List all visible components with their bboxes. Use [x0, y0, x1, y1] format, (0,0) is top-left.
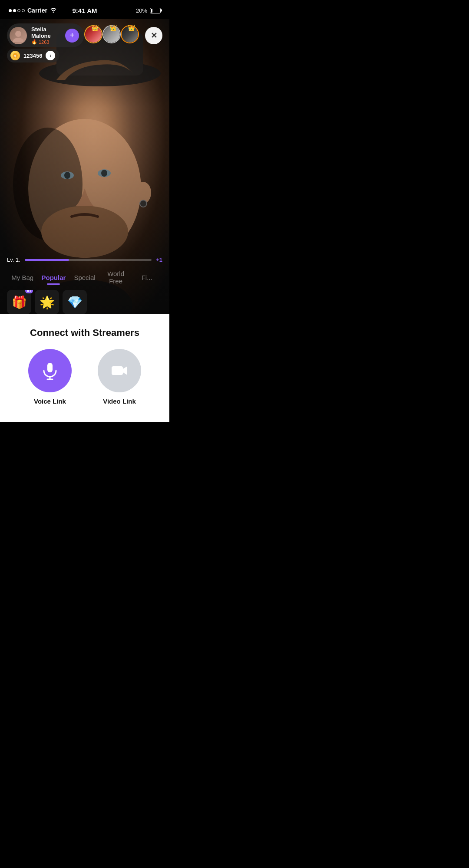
battery-icon — [150, 8, 161, 13]
gift-icon-2: 🌟 — [40, 295, 55, 309]
level-track — [25, 259, 152, 261]
coin-icon: $ — [10, 51, 20, 60]
level-label: Lv. 1. — [7, 256, 20, 263]
gift-badge-1: x1 — [25, 290, 33, 293]
gift-icon-1: 🎁 — [12, 295, 27, 309]
streamer-avatar — [10, 27, 27, 44]
level-bar-container: Lv. 1. +1 — [7, 256, 162, 263]
tab-fi[interactable]: Fi... — [131, 270, 162, 285]
gift-item-2[interactable]: 🌟 — [35, 290, 59, 314]
tab-my-bag[interactable]: My Bag — [7, 270, 38, 285]
carrier-label: Carrier — [27, 7, 47, 14]
gift-item-3[interactable]: 💎 — [63, 290, 87, 314]
svg-rect-16 — [47, 363, 53, 372]
streamer-fire-count: 🔥 1263 — [31, 39, 61, 45]
signal-dot-1 — [9, 9, 12, 12]
video-area: Stella Malone 🔥 1263 + 👑 👑 — [0, 19, 169, 314]
top-bar: Stella Malone 🔥 1263 + 👑 👑 — [0, 19, 169, 52]
coin-count: 123456 — [23, 53, 42, 59]
gift-icon-3: 💎 — [67, 295, 83, 309]
orange-crown-icon: 👑 — [128, 24, 135, 31]
battery-fill — [151, 9, 152, 13]
viewer-rank-3[interactable]: 👑 — [121, 25, 142, 46]
level-plus: +1 — [156, 256, 162, 263]
status-right: 20% — [136, 7, 161, 14]
svg-point-13 — [13, 38, 23, 42]
signal-dot-4 — [22, 9, 25, 12]
video-link-circle — [98, 349, 141, 392]
coin-arrow-button[interactable]: › — [46, 51, 55, 60]
signal-dot-2 — [13, 9, 16, 12]
gift-preview-row: x1 🎁 🌟 💎 — [7, 290, 162, 314]
video-camera-icon — [110, 361, 129, 380]
tab-popular[interactable]: Popular — [38, 270, 69, 285]
microphone-icon — [40, 361, 59, 380]
tab-world-free[interactable]: World Free — [100, 266, 132, 288]
voice-link-button[interactable]: Voice Link — [28, 349, 72, 405]
silver-crown-icon: 👑 — [109, 24, 117, 31]
tab-special[interactable]: Special — [69, 270, 100, 285]
wifi-icon — [50, 7, 57, 14]
video-link-button[interactable]: Video Link — [98, 349, 141, 405]
gold-crown-icon: 👑 — [91, 24, 99, 31]
level-fill — [25, 259, 69, 261]
viewer-rank-1[interactable]: 👑 — [84, 25, 105, 46]
svg-rect-19 — [112, 366, 123, 375]
status-left: Carrier — [9, 7, 57, 14]
signal-dots — [9, 9, 25, 12]
coin-row[interactable]: $ 123456 › — [7, 49, 59, 62]
status-bar: Carrier 9:41 AM 20% — [0, 0, 169, 19]
gift-item-1[interactable]: x1 🎁 — [7, 290, 31, 314]
time-display: 9:41 AM — [73, 7, 97, 14]
close-button[interactable]: ✕ — [145, 27, 162, 44]
signal-dot-3 — [17, 9, 20, 12]
top-viewers: 👑 👑 👑 ✕ — [84, 25, 162, 46]
follow-button[interactable]: + — [65, 29, 79, 43]
svg-text:$: $ — [14, 54, 17, 58]
battery-percentage: 20% — [136, 7, 147, 14]
connect-title: Connect with Streamers — [30, 327, 139, 339]
svg-point-12 — [15, 31, 21, 37]
fire-icon: 🔥 — [31, 39, 37, 45]
voice-link-label: Voice Link — [34, 398, 66, 405]
streamer-info-card[interactable]: Stella Malone 🔥 1263 + — [7, 23, 84, 47]
streamer-name: Stella Malone — [31, 26, 61, 39]
bottom-panel: Connect with Streamers Voice Link Video — [0, 314, 169, 422]
streamer-details: Stella Malone 🔥 1263 — [31, 26, 61, 45]
link-buttons: Voice Link Video Link — [9, 349, 161, 405]
voice-link-circle — [28, 349, 72, 392]
video-link-label: Video Link — [103, 398, 136, 405]
viewer-rank-2[interactable]: 👑 — [102, 25, 123, 46]
gift-tabs: My Bag Popular Special World Free Fi... — [0, 266, 169, 288]
